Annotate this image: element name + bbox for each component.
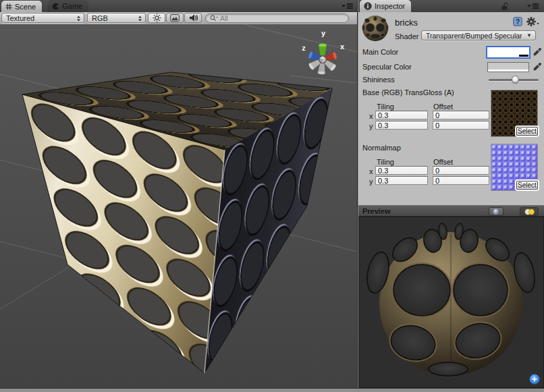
- scene-tabbar: Scene Game: [0, 0, 357, 13]
- base-texture-select-button[interactable]: Select: [516, 127, 538, 136]
- tab-game-label: Game: [62, 0, 82, 12]
- tab-inspector[interactable]: Inspector: [360, 0, 411, 12]
- info-icon: [364, 2, 372, 10]
- preview-header: Preview: [358, 205, 544, 217]
- eyedropper-icon[interactable]: [533, 62, 542, 71]
- scene-grid-icon: [5, 3, 12, 10]
- gizmo-label-x[interactable]: x: [340, 43, 345, 51]
- preview-sphere-render: [358, 217, 544, 388]
- normal-x-label: x: [369, 167, 373, 175]
- two-lights-icon: [524, 208, 535, 215]
- sphere-icon: [493, 208, 499, 215]
- scene-fx-toggle[interactable]: [166, 13, 184, 23]
- shader-dropdown[interactable]: Transparent/Bumped Specular ▼: [421, 30, 536, 40]
- scene-audio-toggle[interactable]: [184, 13, 202, 23]
- updown-arrow-icon: [76, 16, 81, 22]
- specular-color-alpha-bar: [488, 69, 528, 72]
- window-bottom-edge: [0, 388, 544, 392]
- scene-gizmo[interactable]: y x z: [302, 29, 345, 75]
- select-label: Select: [518, 128, 537, 135]
- main-color-swatch[interactable]: [487, 47, 529, 57]
- preview-add-button[interactable]: [529, 374, 540, 385]
- normal-tiling-header: Tiling: [377, 158, 394, 166]
- normal-offset-header: Offset: [433, 158, 453, 166]
- base-map-label: Base (RGB) TransGloss (A): [362, 88, 454, 96]
- scene-search-input[interactable]: All: [205, 13, 349, 23]
- tab-game[interactable]: Game: [48, 0, 88, 12]
- material-name: bricks: [395, 18, 418, 28]
- gizmo-label-z[interactable]: z: [302, 44, 306, 52]
- render-mode-value: Textured: [6, 14, 34, 22]
- channel-mode-value: RGB: [92, 14, 108, 22]
- shader-value: Transparent/Bumped Specular: [426, 32, 522, 40]
- shininess-slider-knob[interactable]: [512, 76, 519, 83]
- base-tiling-x-field[interactable]: [375, 111, 428, 119]
- gizmo-axis-x[interactable]: [325, 52, 337, 62]
- preview-title: Preview: [362, 207, 391, 215]
- render-mode-dropdown[interactable]: Textured: [1, 13, 84, 23]
- normal-y-label: y: [369, 177, 373, 186]
- specular-color-label: Specular Color: [362, 63, 412, 71]
- speaker-icon: [189, 13, 198, 22]
- scene-panel-menu-icon[interactable]: [342, 3, 353, 9]
- normal-offset-y-field[interactable]: [433, 176, 489, 185]
- normal-offset-x-field[interactable]: [433, 166, 489, 175]
- image-icon: [170, 14, 180, 22]
- base-offset-y-field[interactable]: [433, 121, 489, 130]
- base-tiling-header: Tiling: [377, 103, 394, 111]
- updown-arrow-icon: [138, 16, 142, 22]
- main-color-label: Main Color: [362, 48, 398, 56]
- base-offset-header: Offset: [433, 103, 453, 111]
- normal-tiling-x-field[interactable]: [375, 166, 428, 175]
- preview-lighting-button[interactable]: [520, 207, 539, 216]
- select-label: Select: [518, 181, 537, 189]
- shininess-label: Shininess: [362, 76, 395, 84]
- dropdown-caret-icon: ▼: [526, 31, 532, 40]
- gear-icon[interactable]: [526, 17, 540, 26]
- gizmo-axis-z[interactable]: [308, 51, 320, 61]
- preview-mesh-button[interactable]: [489, 207, 504, 216]
- shader-label: Shader: [395, 32, 418, 40]
- gizmo-axis-y[interactable]: [319, 44, 327, 55]
- game-pacman-icon: [52, 3, 59, 10]
- svg-text:?: ?: [516, 18, 520, 26]
- inspector-tabbar: Inspector: [358, 0, 544, 13]
- base-x-label: x: [369, 112, 373, 120]
- scene-toolbar: Textured RGB: [0, 12, 357, 25]
- eyedropper-icon[interactable]: [533, 47, 542, 56]
- scene-viewport[interactable]: y x z: [0, 24, 357, 388]
- search-icon: [210, 15, 218, 22]
- lock-icon[interactable]: [501, 2, 509, 11]
- inspector-body: bricks Shader Transparent/Bumped Specula…: [358, 12, 544, 205]
- normal-tiling-y-field[interactable]: [375, 176, 428, 185]
- gizmo-center-cube[interactable]: [320, 56, 326, 63]
- gizmo-axis-gray[interactable]: [318, 63, 326, 75]
- scene-lighting-toggle[interactable]: [148, 13, 165, 23]
- search-value: All: [220, 14, 228, 22]
- normal-texture-select-button[interactable]: Select: [516, 181, 538, 190]
- channel-mode-dropdown[interactable]: RGB: [87, 13, 146, 23]
- scene-cube[interactable]: [22, 72, 332, 373]
- material-preview-canvas[interactable]: [358, 217, 544, 388]
- normal-map-label: Normalmap: [362, 144, 401, 152]
- scene-3d-render: y x z: [0, 24, 357, 388]
- base-offset-x-field[interactable]: [433, 111, 489, 119]
- tab-inspector-label: Inspector: [375, 0, 405, 12]
- help-icon[interactable]: ?: [513, 17, 522, 26]
- tab-scene[interactable]: Scene: [1, 1, 42, 13]
- inspector-panel-menu-icon[interactable]: [527, 3, 539, 9]
- unity-editor-window: Scene Game Textured RGB: [0, 0, 544, 392]
- main-color-alpha-bar: [488, 55, 528, 57]
- specular-color-swatch[interactable]: [487, 62, 529, 72]
- sun-icon: [153, 13, 161, 22]
- tab-scene-label: Scene: [15, 1, 36, 13]
- material-thumbnail[interactable]: [361, 14, 389, 43]
- base-tiling-y-field[interactable]: [375, 121, 428, 130]
- base-y-label: y: [369, 122, 373, 130]
- gizmo-label-y[interactable]: y: [321, 29, 326, 37]
